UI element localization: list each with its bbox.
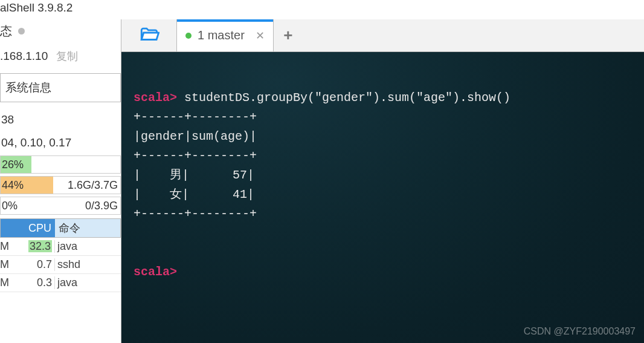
terminal-command: studentDS.groupBy("gender").sum("age").s… — [177, 91, 510, 105]
ip-address: .168.1.10 — [0, 50, 48, 63]
tab-bar: 1 master ✕ + — [121, 19, 644, 52]
table-row: | 女| 41| — [134, 188, 254, 201]
proc-m: M — [0, 276, 16, 289]
usage-bar-3: 0% 0/3.9G — [0, 197, 121, 215]
tab-master[interactable]: 1 master ✕ — [177, 19, 274, 51]
tab-label: 1 master — [198, 28, 245, 42]
app-title: alShell 3.9.8.2 — [0, 0, 644, 19]
usage-bar-3-pct: 0% — [1, 200, 18, 212]
status-label: 态 — [0, 23, 12, 39]
scala-prompt: scala> — [134, 91, 177, 105]
usage-bar-2-right: 1.6G/3.7G — [68, 179, 120, 192]
table-border: +------+--------+ — [134, 110, 257, 124]
table-border: +------+--------+ — [134, 149, 257, 163]
proc-cpu: 32.3 — [16, 240, 54, 253]
table-header: |gender|sum(age)| — [134, 129, 257, 143]
proc-cmd: java — [54, 240, 121, 253]
proc-cpu: 0.3 — [16, 276, 54, 289]
proc-m: M — [0, 240, 16, 253]
usage-bar-2-pct: 44% — [1, 179, 24, 192]
col-header-cpu[interactable]: CPU — [1, 219, 55, 237]
usage-bar-1-pct: 26% — [1, 158, 24, 171]
plus-icon: + — [283, 26, 292, 45]
status-dot-icon — [18, 28, 25, 34]
usage-bar-1: 26% — [0, 155, 121, 174]
metric-value-1: 38 — [0, 108, 121, 131]
scala-prompt: scala> — [134, 265, 177, 279]
add-tab-button[interactable]: + — [274, 19, 303, 51]
usage-bar-3-right: 0/3.9G — [85, 200, 120, 212]
system-info-button[interactable]: 系统信息 — [0, 73, 121, 102]
proc-cmd: java — [54, 276, 121, 289]
proc-cmd: sshd — [54, 258, 121, 271]
proc-cpu: 0.7 — [16, 258, 54, 271]
table-row[interactable]: M 32.3 java — [0, 238, 121, 256]
table-border: +------+--------+ — [134, 207, 257, 221]
metric-value-2: 04, 0.10, 0.17 — [0, 131, 121, 154]
status-dot-icon — [185, 33, 192, 39]
left-panel: 态 .168.1.10 复制 系统信息 38 04, 0.10, 0.17 26… — [0, 19, 121, 343]
col-header-cmd[interactable]: 命令 — [55, 221, 120, 235]
folder-open-icon — [139, 24, 159, 47]
terminal[interactable]: scala> studentDS.groupBy("gender").sum("… — [121, 52, 644, 343]
open-folder-button[interactable] — [121, 19, 177, 51]
close-icon[interactable]: ✕ — [256, 29, 265, 42]
process-table-header: CPU 命令 — [0, 218, 121, 238]
copy-button[interactable]: 复制 — [56, 49, 78, 64]
watermark: CSDN @ZYF2190003497 — [524, 324, 636, 339]
table-row: | 男| 57| — [134, 168, 254, 182]
usage-bar-2: 44% 1.6G/3.7G — [0, 176, 121, 194]
proc-m: M — [0, 258, 16, 271]
table-row[interactable]: M 0.7 sshd — [0, 256, 121, 274]
right-panel: 1 master ✕ + scala> studentDS.groupBy("g… — [121, 19, 644, 343]
table-row[interactable]: M 0.3 java — [0, 274, 121, 292]
